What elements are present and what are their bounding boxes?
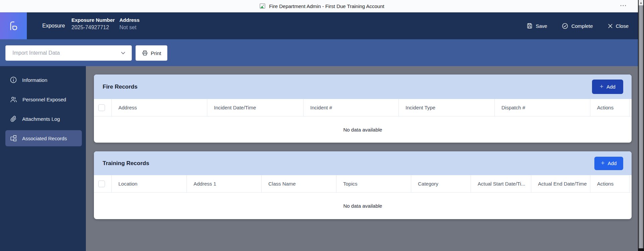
plus-icon: + bbox=[600, 83, 603, 90]
print-label: Print bbox=[151, 50, 161, 56]
browser-tab-bar: Fire Department Admin - First Due Traini… bbox=[0, 0, 644, 12]
save-label: Save bbox=[536, 23, 547, 29]
save-icon bbox=[527, 23, 533, 29]
header-actions: Save Complete Close bbox=[527, 12, 629, 39]
column-header: Topics bbox=[336, 175, 411, 192]
fire-records-table-body: No data available bbox=[94, 116, 632, 143]
column-header: Actions bbox=[590, 99, 630, 116]
record-sidebar: Information Personnel Exposed Attachment… bbox=[0, 66, 86, 251]
column-header: Dispatch # bbox=[495, 99, 590, 116]
first-due-logo-icon bbox=[7, 20, 19, 32]
app-window: Fire Department Admin - First Due Traini… bbox=[0, 0, 644, 251]
sidebar-item-associated-records[interactable]: Associated Records bbox=[5, 130, 82, 146]
fire-records-table-header: AddressIncident Date/TimeIncident #Incid… bbox=[94, 99, 632, 116]
vertical-scrollbar[interactable]: ▲ bbox=[638, 0, 644, 251]
add-label: Add bbox=[608, 160, 617, 166]
column-header: Address bbox=[112, 99, 207, 116]
training-records-table-body: No data available bbox=[94, 193, 632, 219]
sidebar-item-attachments-log[interactable]: Attachments Log bbox=[5, 111, 82, 127]
training-records-panel-header: Training Records + Add bbox=[94, 151, 632, 175]
select-all-checkbox[interactable] bbox=[98, 181, 105, 187]
sidebar-item-label: Information bbox=[22, 77, 47, 83]
column-header: Actual Start Date/Ti... bbox=[471, 175, 531, 192]
scrollbar-up-arrow-icon[interactable]: ▲ bbox=[639, 0, 643, 5]
fire-records-panel: Fire Records + Add AddressIncident Date/… bbox=[94, 74, 632, 143]
record-header: Exposure Exposure Number 2025-74927712 A… bbox=[0, 12, 644, 39]
column-header: Actual End Date/Time bbox=[531, 175, 590, 192]
empty-state-text: No data available bbox=[343, 203, 382, 209]
import-internal-data-dropdown[interactable]: Import Internal Data bbox=[5, 45, 132, 61]
chevron-down-icon bbox=[120, 50, 126, 56]
paperclip-icon bbox=[10, 115, 17, 122]
secondary-toolbar: Import Internal Data Print bbox=[0, 39, 644, 66]
training-records-title: Training Records bbox=[103, 160, 149, 167]
fire-records-add-button[interactable]: + Add bbox=[592, 80, 623, 94]
column-header: Location bbox=[112, 175, 187, 192]
people-icon bbox=[10, 96, 17, 103]
overflow-menu-icon[interactable]: ⋯ bbox=[620, 1, 627, 9]
close-label: Close bbox=[616, 23, 629, 29]
fire-records-panel-header: Fire Records + Add bbox=[94, 74, 632, 99]
column-header: Class Name bbox=[262, 175, 336, 192]
check-circle-icon bbox=[562, 23, 568, 29]
sidebar-item-information[interactable]: Information bbox=[5, 72, 82, 88]
column-header: Actions bbox=[590, 175, 630, 192]
info-icon bbox=[10, 76, 17, 84]
print-button[interactable]: Print bbox=[136, 45, 167, 61]
sitemap-icon bbox=[10, 135, 17, 142]
favicon-broken-image-icon bbox=[260, 3, 265, 9]
exposure-number-value: 2025-74927712 bbox=[71, 24, 115, 31]
save-button[interactable]: Save bbox=[527, 23, 547, 29]
import-dropdown-placeholder: Import Internal Data bbox=[12, 50, 60, 56]
sidebar-item-label: Personnel Exposed bbox=[22, 97, 66, 102]
training-records-table-header: LocationAddress 1Class NameTopicsCategor… bbox=[94, 175, 632, 193]
header-checkbox-cell bbox=[94, 175, 112, 192]
select-all-checkbox[interactable] bbox=[98, 104, 105, 111]
column-header: Incident Date/Time bbox=[207, 99, 304, 116]
column-header: Incident Type bbox=[399, 99, 495, 116]
sidebar-item-label: Associated Records bbox=[22, 136, 67, 141]
close-icon bbox=[608, 23, 613, 29]
address-label: Address bbox=[119, 17, 140, 23]
column-header: Address 1 bbox=[187, 175, 262, 192]
sidebar-item-label: Attachments Log bbox=[22, 116, 60, 122]
fire-records-title: Fire Records bbox=[103, 84, 138, 90]
module-label: Exposure bbox=[42, 12, 65, 39]
complete-button[interactable]: Complete bbox=[562, 23, 593, 29]
header-checkbox-cell bbox=[94, 99, 112, 116]
sidebar-item-personnel-exposed[interactable]: Personnel Exposed bbox=[5, 91, 82, 107]
close-button[interactable]: Close bbox=[608, 23, 629, 29]
address-value: Not set bbox=[119, 24, 140, 31]
exposure-number-field: Exposure Number 2025-74927712 bbox=[71, 17, 115, 31]
exposure-number-label: Exposure Number bbox=[71, 17, 115, 23]
training-records-panel: Training Records + Add LocationAddress 1… bbox=[94, 151, 632, 219]
empty-state-text: No data available bbox=[343, 127, 382, 133]
scrollbar-thumb[interactable] bbox=[639, 5, 643, 248]
tab-title-group: Fire Department Admin - First Due Traini… bbox=[260, 3, 384, 9]
first-due-logo[interactable] bbox=[0, 12, 27, 39]
training-records-add-button[interactable]: + Add bbox=[594, 157, 623, 170]
complete-label: Complete bbox=[571, 23, 593, 29]
page-title: Fire Department Admin - First Due Traini… bbox=[269, 3, 384, 9]
add-label: Add bbox=[606, 84, 615, 90]
column-header: Incident # bbox=[304, 99, 399, 116]
column-header: Category bbox=[411, 175, 471, 192]
printer-icon bbox=[142, 50, 148, 56]
address-field: Address Not set bbox=[119, 17, 140, 31]
main-content: Fire Records + Add AddressIncident Date/… bbox=[86, 66, 644, 251]
plus-icon: + bbox=[601, 160, 605, 166]
